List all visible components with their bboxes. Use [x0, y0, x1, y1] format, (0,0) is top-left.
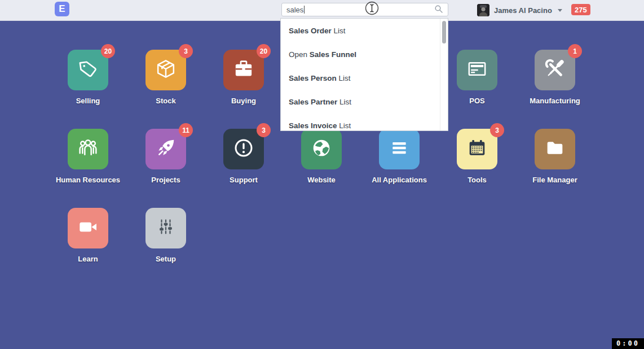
module-tile-learn[interactable]: [68, 208, 108, 248]
user-menu[interactable]: James Al Pacino: [477, 3, 562, 18]
calendar-icon: [466, 137, 488, 162]
module-tile-pos[interactable]: [457, 50, 497, 90]
search-result-sales-partner-list[interactable]: Sales Partner List: [281, 90, 448, 114]
search-result-sales-invoice-list[interactable]: Sales Invoice List: [281, 114, 448, 131]
module-tile-selling[interactable]: 20: [68, 50, 108, 90]
box-icon: [155, 58, 177, 82]
sliders-icon: [155, 216, 177, 241]
module-label: File Manager: [516, 176, 594, 184]
module-buying[interactable]: 20 Buying: [205, 50, 283, 105]
module-tile-human-resources[interactable]: [68, 129, 108, 169]
recording-timer: 0:00: [612, 338, 644, 349]
text-caret: [304, 6, 305, 14]
module-tools[interactable]: 3 Tools: [438, 129, 516, 184]
user-name: James Al Pacino: [494, 6, 552, 15]
user-avatar[interactable]: [477, 4, 489, 16]
tag-icon: [77, 58, 99, 82]
module-tile-stock[interactable]: 3: [145, 50, 186, 90]
module-label: Projects: [127, 176, 205, 184]
module-label: Human Resources: [49, 176, 127, 184]
module-badge-buying: 20: [257, 44, 271, 58]
module-badge-stock: 3: [179, 44, 193, 58]
module-label: Manufacturing: [516, 97, 594, 105]
search-result-sales-person-list[interactable]: Sales Person List: [281, 66, 448, 90]
module-tile-manufacturing[interactable]: 1: [535, 50, 575, 90]
mouse-ibeam-cursor: [364, 1, 380, 18]
module-label: Website: [283, 176, 360, 184]
module-badge-selling: 20: [101, 44, 115, 58]
module-label: Tools: [438, 176, 516, 184]
module-label: Learn: [49, 255, 127, 263]
module-tile-all-applications[interactable]: [379, 129, 420, 169]
module-label: All Applications: [360, 176, 438, 184]
dropdown-scrollbar-thumb[interactable]: [442, 21, 446, 43]
module-badge-manufacturing: 1: [568, 44, 582, 58]
module-tile-tools[interactable]: 3: [457, 129, 497, 169]
module-label: Selling: [49, 97, 127, 105]
module-badge-support: 3: [257, 123, 271, 137]
menu-icon: [388, 137, 411, 162]
dropdown-scrollbar[interactable]: [440, 19, 448, 130]
module-tile-setup[interactable]: [145, 208, 186, 248]
briefcase-icon: [232, 58, 255, 82]
module-selling[interactable]: 20 Selling: [49, 50, 127, 105]
people-icon: [77, 137, 99, 162]
desk-page: { "colors": { "page_bg": "#4a5496", "nav…: [0, 0, 644, 349]
module-pos[interactable]: POS: [438, 50, 516, 105]
alert-circle-icon: [232, 137, 255, 162]
module-file-manager[interactable]: File Manager: [516, 129, 594, 184]
search-results-dropdown: Sales Order List Open Sales Funnel Sales…: [280, 18, 448, 131]
search-icon[interactable]: [434, 5, 443, 15]
module-label: Support: [205, 176, 283, 184]
module-tile-buying[interactable]: 20: [223, 50, 264, 90]
module-tile-file-manager[interactable]: [535, 129, 575, 169]
module-badge-projects: 11: [179, 123, 193, 137]
module-website[interactable]: Website: [283, 129, 360, 184]
module-setup[interactable]: Setup: [127, 208, 205, 263]
search-result-sales-order-list[interactable]: Sales Order List: [281, 19, 448, 42]
chevron-down-icon: [558, 9, 562, 12]
module-all-applications[interactable]: All Applications: [360, 129, 438, 184]
module-tile-support[interactable]: 3: [223, 129, 264, 169]
rocket-icon: [155, 137, 177, 162]
module-projects[interactable]: 11 Projects: [127, 129, 205, 184]
module-badge-tools: 3: [490, 123, 504, 137]
module-label: POS: [438, 97, 516, 105]
search-input-value: sales: [286, 6, 303, 14]
module-label: Stock: [127, 97, 205, 105]
video-icon: [77, 216, 99, 241]
module-label: Setup: [127, 255, 205, 263]
folder-icon: [544, 137, 566, 162]
module-tile-projects[interactable]: 11: [145, 129, 186, 169]
module-stock[interactable]: 3 Stock: [127, 50, 205, 105]
module-human-resources[interactable]: Human Resources: [49, 129, 127, 184]
module-manufacturing[interactable]: 1 Manufacturing: [516, 50, 594, 105]
notifications-count-badge[interactable]: 275: [571, 4, 590, 15]
module-learn[interactable]: Learn: [49, 208, 127, 263]
search-result-open-sales-funnel[interactable]: Open Sales Funnel: [281, 42, 448, 66]
app-logo[interactable]: E: [55, 2, 69, 16]
module-label: Buying: [205, 97, 283, 105]
tools-icon: [544, 58, 566, 82]
credit-card-icon: [466, 58, 488, 82]
globe-icon: [310, 137, 333, 162]
module-support[interactable]: 3 Support: [205, 129, 283, 184]
module-tile-website[interactable]: [301, 129, 342, 169]
